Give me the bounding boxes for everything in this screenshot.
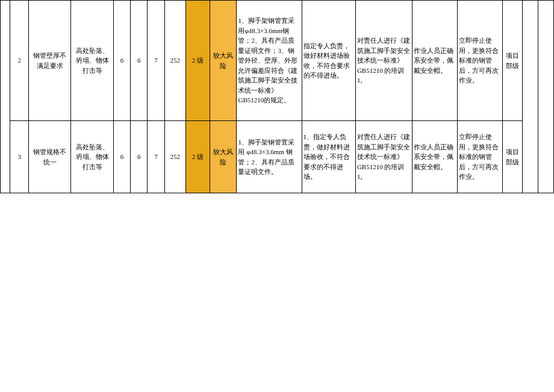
- cell-measure: 1、脚手架钢管宜采用φ48.3×3.6mm钢管；2、具有产品质量证明文件；3、钢…: [237, 1, 302, 121]
- cell-measure: 1、脚手架钢管宜采用 φ48.3×3.6mm 钢管；2、具有产品质量证明文件。: [237, 121, 302, 193]
- cell-train: 对责任人进行《建筑施工脚手架安全技术统一标准》GB51210 的培训 1。: [355, 121, 412, 193]
- cell-score: 252: [164, 121, 185, 193]
- cell-no: 3: [10, 121, 29, 193]
- table-row: 3 钢管规格不统一 高处坠落、坍塌、物体打击等 6 6 7 252 2 级 较大…: [1, 121, 554, 193]
- risk-table: 2 钢管壁厚不满足要求 高处坠落、坍塌、物体打击等 6 6 7 252 2 级 …: [0, 0, 554, 193]
- cell-manage: 指定专人负责，做好材料进场验收，不符合要求的不得进场。: [302, 1, 355, 121]
- cell-s1: 6: [113, 1, 130, 121]
- cell-tail1: [523, 1, 538, 193]
- cell-item: 钢管规格不统一: [28, 121, 71, 193]
- cell-s3: 7: [148, 121, 164, 193]
- cell-ppe: 作业人员正确系安全带，佩戴安全帽。: [412, 1, 457, 121]
- cell-tail2: [538, 1, 554, 193]
- table-row: 2 钢管壁厚不满足要求 高处坠落、坍塌、物体打击等 6 6 7 252 2 级 …: [1, 1, 554, 121]
- cell-level: 2 级: [185, 121, 210, 193]
- cell-s2: 6: [131, 1, 148, 121]
- cell-level: 2 级: [185, 1, 210, 121]
- cell-no: 2: [10, 1, 29, 121]
- cell-emerg: 立即停止使用，更换符合标准的钢管后，方可再次作业。: [458, 1, 503, 121]
- cell-manage: 1、指定专人负责，做好材料进场验收，不符合要求的不得进场。: [302, 121, 355, 193]
- cell-resp: 项目部级: [503, 1, 523, 121]
- cell-s1: 6: [113, 121, 130, 193]
- cell-score: 252: [164, 1, 185, 121]
- cell-risk: 较大风险: [210, 1, 237, 121]
- cell-ppe: 作业人员正确系安全带，佩戴安全帽。: [412, 121, 457, 193]
- cell-train: 对责任人进行《建筑施工脚手架安全技术统一标准》GB51210 的培训 1。: [355, 1, 412, 121]
- cell-resp: 项目部级: [503, 121, 523, 193]
- cell-s3: 7: [148, 1, 164, 121]
- cell-cat: [1, 1, 10, 193]
- cell-item: 钢管壁厚不满足要求: [28, 1, 71, 121]
- cell-hazard: 高处坠落、坍塌、物体打击等: [71, 1, 114, 121]
- cell-hazard: 高处坠落、坍塌、物体打击等: [71, 121, 114, 193]
- cell-s2: 6: [131, 121, 148, 193]
- cell-emerg: 立即停止使用，更换符合标准的钢管后，方可再次作业。: [458, 121, 503, 193]
- cell-risk: 较大风险: [210, 121, 237, 193]
